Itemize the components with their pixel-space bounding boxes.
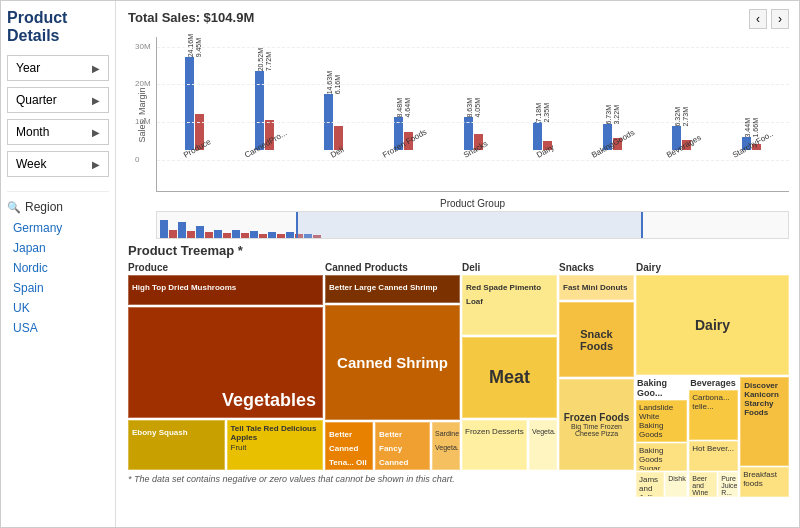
baking-landslide-label: Landslide White Baking Goods — [639, 403, 673, 439]
prev-button[interactable]: ‹ — [749, 9, 767, 29]
chart-title: Total Sales: $104.9M — [128, 10, 254, 25]
bar-group-4[interactable]: 8.63M4.05MSnacks — [439, 98, 507, 161]
mini-bar-blue — [196, 226, 204, 238]
canned-shrimp-cell[interactable]: Canned Shrimp — [325, 305, 460, 420]
starchy-main[interactable]: Discover Kanicorn Starchy Foods — [740, 377, 789, 466]
produce-vegetables-cell[interactable]: Vegetables — [128, 307, 323, 418]
mini-bar-red — [241, 233, 249, 238]
beverages-column: Beverages Carbona... telle... Hot Bever.… — [689, 377, 738, 497]
frozen-foods-label: Frozen Foods — [563, 412, 630, 423]
deli-pimento[interactable]: Red Spade Pimento Loaf — [462, 275, 557, 335]
mini-chart[interactable] — [156, 211, 789, 239]
bar-group-7[interactable]: 6.32M2.73MBeverages — [648, 107, 716, 161]
canned-tuna[interactable]: Better Canned Tena... Oil Tuna — [325, 422, 373, 470]
mini-bar-red — [223, 233, 231, 238]
brush-handle[interactable] — [296, 212, 643, 238]
meat-label: Meat — [489, 367, 530, 388]
apples-label: Tell Tale Red Delicious Apples — [231, 424, 320, 442]
starchy-breakfast[interactable]: Breakfast foods — [740, 467, 789, 497]
snack-foods-label: Snack Foods — [564, 328, 629, 352]
bar-group-6[interactable]: 6.73M3.22MBakingGoods — [578, 105, 646, 161]
year-filter[interactable]: Year ▶ — [7, 55, 109, 81]
canned-column: Better Large Canned Shrimp Canned Shrimp… — [325, 275, 460, 470]
vegeta-label: Sardines Vegeta... — [435, 430, 460, 451]
baking-dishka[interactable]: Dishka — [665, 472, 687, 497]
mini-bar-blue — [250, 231, 258, 238]
beverages-juice[interactable]: Pure Juice R... — [718, 472, 738, 497]
region-usa[interactable]: USA — [7, 318, 109, 338]
produce-bottom-row: Ebony Squash Tell Tale Red Delicious App… — [128, 420, 323, 470]
mini-bar-red — [277, 234, 285, 238]
canned-bottom-row: Better Canned Tena... Oil Tuna Better Fa… — [325, 422, 460, 470]
bar-group-1[interactable]: 20.52M7.72MCannedPro... — [231, 48, 299, 161]
sardines-label: Better Fancy Canned Sardines — [379, 430, 413, 470]
bar-blue-0 — [185, 57, 194, 150]
divider — [7, 191, 109, 192]
mini-bar-red — [169, 230, 177, 238]
snack-foods-cell[interactable]: Snack Foods — [559, 302, 634, 377]
region-germany[interactable]: Germany — [7, 218, 109, 238]
next-button[interactable]: › — [771, 9, 789, 29]
category-labels: Produce Canned Products Deli Snacks Dair… — [128, 262, 789, 273]
deli-meat-cell[interactable]: Meat — [462, 337, 557, 418]
beverages-hot[interactable]: Hot Bever... — [689, 441, 738, 471]
month-arrow: ▶ — [92, 127, 100, 138]
baking-title: Baking Goo... — [636, 377, 687, 399]
x-axis-label: Product Group — [156, 198, 789, 209]
month-filter[interactable]: Month ▶ — [7, 119, 109, 145]
bar-group-3[interactable]: 8.48M4.64MFrozen Foods — [370, 98, 438, 161]
right-column: Dairy Baking Goo... Landslide White Baki… — [636, 275, 789, 470]
deli-vegeta[interactable]: Vegeta... — [529, 420, 557, 470]
canned-top[interactable]: Better Large Canned Shrimp — [325, 275, 460, 303]
quarter-filter[interactable]: Quarter ▶ — [7, 87, 109, 113]
baking-sugar-label: Baking Goods Sugar — [639, 446, 663, 471]
beverages-carbonated[interactable]: Carbona... telle... — [689, 390, 738, 440]
bar-group-5[interactable]: 7.18M2.35MDairy — [509, 103, 577, 161]
week-label: Week — [16, 157, 46, 171]
dairy-top-row: Dairy — [636, 275, 789, 375]
bottom-right-row: Baking Goo... Landslide White Baking Goo… — [636, 377, 789, 497]
bar-group-8[interactable]: 3.44M1.66MStarchyFoo.. — [718, 118, 786, 161]
region-spain[interactable]: Spain — [7, 278, 109, 298]
canned-tuna-label: Better Canned Tena... Oil Tuna — [329, 430, 367, 470]
region-japan[interactable]: Japan — [7, 238, 109, 258]
bar-group-0[interactable]: 24.16M9.45MProduce — [161, 34, 229, 161]
starchy-title: Discover Kanicorn Starchy Foods — [744, 381, 785, 417]
mini-bar-blue — [268, 232, 276, 238]
frozen-foods-cell[interactable]: Frozen Foods Big Time Frozen Cheese Pizz… — [559, 379, 634, 470]
region-nordic[interactable]: Nordic — [7, 258, 109, 278]
mini-bar-blue — [160, 220, 168, 238]
dairy-cell[interactable]: Dairy — [636, 275, 789, 375]
dairy-label: Dairy — [695, 317, 730, 333]
canned-sardines[interactable]: Better Fancy Canned Sardines — [375, 422, 430, 470]
produce-ebony[interactable]: Ebony Squash — [128, 420, 225, 470]
fast-mini-donuts-label: Fast Mini Donuts — [563, 283, 627, 292]
baking-landslide[interactable]: Landslide White Baking Goods — [636, 400, 687, 442]
beverages-beer[interactable]: Beer and Wine — [689, 472, 717, 497]
page-title: Product Details — [7, 9, 109, 45]
mini-bar-blue — [232, 230, 240, 238]
search-icon: 🔍 — [7, 201, 21, 214]
treemap-section: Product Treemap * Produce Canned Product… — [128, 243, 789, 521]
snacks-top[interactable]: Fast Mini Donuts — [559, 275, 634, 300]
breakfast-label: Breakfast foods — [743, 470, 777, 488]
hot-label: Hot Bever... — [692, 444, 734, 453]
baking-jams[interactable]: Jams and Jellies — [636, 472, 664, 497]
week-filter[interactable]: Week ▶ — [7, 151, 109, 177]
frozen-pizza-label: Big Time Frozen Cheese Pizza — [563, 423, 630, 437]
produce-apples[interactable]: Tell Tale Red Delicious Apples Fruit — [227, 420, 324, 470]
deli-frozen-desserts[interactable]: Frozen Desserts — [462, 420, 527, 470]
produce-cell-top[interactable]: High Top Dried Mushrooms — [128, 275, 323, 305]
y-axis-label: Sales, Margin — [137, 87, 147, 142]
region-uk[interactable]: UK — [7, 298, 109, 318]
deli-bottom-row: Frozen Desserts Vegeta... — [462, 420, 557, 470]
mini-bar-blue — [214, 230, 222, 238]
baking-sugar[interactable]: Baking Goods Sugar — [636, 443, 687, 471]
ebony-label: Ebony Squash — [132, 428, 188, 437]
deli-vegeta-label: Vegeta... — [532, 428, 557, 435]
quarter-arrow: ▶ — [92, 95, 100, 106]
cat-snacks: Snacks — [559, 262, 634, 273]
beer-label: Beer and Wine — [692, 475, 708, 496]
canned-shrimp-label: Canned Shrimp — [337, 354, 448, 371]
canned-vegeta[interactable]: Sardines Vegeta... — [432, 422, 460, 470]
